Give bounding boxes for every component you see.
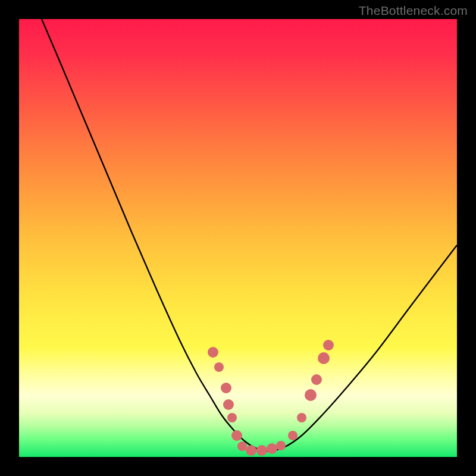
curve-marker [231, 430, 242, 441]
curve-marker [214, 362, 224, 372]
chart-plot-area [19, 19, 457, 457]
curve-marker [305, 389, 317, 401]
curve-marker [276, 441, 286, 450]
curve-marker [223, 399, 234, 410]
curve-marker [246, 445, 256, 456]
curve-markers [208, 340, 334, 456]
curve-marker [297, 413, 306, 422]
curve-marker [227, 413, 237, 422]
curve-marker [256, 445, 267, 456]
curve-marker [221, 383, 231, 393]
curve-marker [237, 441, 247, 451]
curve-marker [323, 340, 334, 350]
bottleneck-curve [42, 19, 457, 451]
curve-marker [208, 347, 218, 358]
watermark-text: TheBottleneck.com [359, 4, 468, 18]
curve-marker [311, 374, 322, 385]
curve-marker [288, 431, 298, 440]
curve-marker [318, 352, 330, 364]
bottleneck-curve-svg [19, 19, 457, 457]
curve-marker [267, 443, 277, 454]
chart-frame: TheBottleneck.com [0, 0, 476, 476]
